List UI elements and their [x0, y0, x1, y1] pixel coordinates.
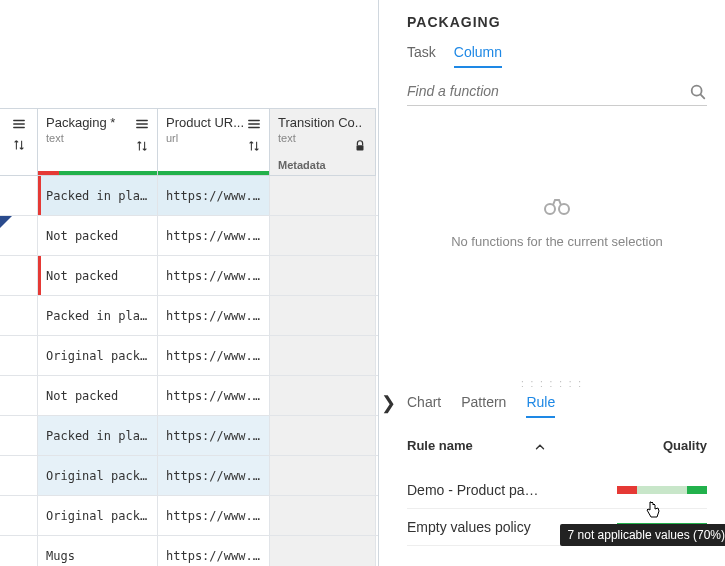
cell-transition — [270, 216, 376, 255]
row-handle[interactable] — [0, 496, 38, 535]
expand-chevron-icon[interactable]: ❯ — [381, 392, 396, 414]
panel-title: PACKAGING — [407, 14, 707, 30]
search-input[interactable] — [407, 78, 707, 106]
table-row[interactable]: Not packedhttps://www.go… — [0, 216, 378, 256]
cell-url[interactable]: https://www.go… — [158, 456, 270, 495]
hamburger-icon[interactable] — [135, 115, 149, 131]
subtab-chart[interactable]: Chart — [407, 394, 441, 418]
cell-url[interactable]: https://www.go… — [158, 496, 270, 535]
cell-packaging[interactable]: Mugs — [38, 536, 158, 566]
cell-packaging[interactable]: Original packag… — [38, 496, 158, 535]
tab-task[interactable]: Task — [407, 44, 436, 68]
search-field[interactable] — [407, 83, 689, 99]
cell-transition — [270, 256, 376, 295]
cell-transition — [270, 296, 376, 335]
rule-quality-bar — [617, 486, 707, 494]
cell-transition — [270, 416, 376, 455]
row-handle[interactable] — [0, 376, 38, 415]
rule-row[interactable]: Demo - Product pa… — [407, 472, 707, 509]
empty-state: No functions for the current selection — [407, 196, 707, 249]
rule-label: Empty values policy — [407, 519, 531, 535]
cell-transition — [270, 536, 376, 566]
row-handle[interactable] — [0, 336, 38, 375]
svg-rect-0 — [357, 145, 364, 150]
cell-url[interactable]: https://www.go… — [158, 216, 270, 255]
cell-packaging[interactable]: Original packag… — [38, 336, 158, 375]
row-handle[interactable] — [0, 416, 38, 455]
cell-packaging[interactable]: Original packag… — [38, 456, 158, 495]
lock-icon — [353, 137, 367, 153]
table-row[interactable]: Not packedhttps://www.go… — [0, 376, 378, 416]
row-handle[interactable] — [0, 176, 38, 215]
quality-bar — [38, 171, 157, 175]
cell-packaging[interactable]: Packed in plast… — [38, 296, 158, 335]
search-icon[interactable] — [689, 82, 707, 101]
subtab-pattern[interactable]: Pattern — [461, 394, 506, 418]
cell-url[interactable]: https://www.goo… — [158, 176, 270, 215]
svg-point-3 — [559, 204, 569, 214]
binoculars-icon — [407, 196, 707, 222]
table-row[interactable]: Packed in plast…https://www.go… — [0, 416, 378, 456]
cell-url[interactable]: https://www.go… — [158, 336, 270, 375]
rules-header-quality[interactable]: Quality — [663, 438, 707, 454]
cell-packaging[interactable]: Not packed — [38, 216, 158, 255]
table-row[interactable]: Original packag…https://www.go… — [0, 456, 378, 496]
empty-message: No functions for the current selection — [407, 234, 707, 249]
row-handle[interactable] — [0, 456, 38, 495]
cell-transition — [270, 336, 376, 375]
cell-url[interactable]: https://www.go… — [158, 376, 270, 415]
svg-point-2 — [545, 204, 555, 214]
cell-packaging[interactable]: Packed in plast… — [38, 416, 158, 455]
metadata-label: Metadata — [278, 159, 326, 171]
table-row[interactable]: Mugshttps://www.go… — [0, 536, 378, 566]
cell-url[interactable]: https://www.go… — [158, 536, 270, 566]
cell-transition — [270, 376, 376, 415]
table-row[interactable]: Packed in plast…https://www.goo… — [0, 176, 378, 216]
rule-label: Demo - Product pa… — [407, 482, 539, 498]
hamburger-icon[interactable] — [247, 115, 261, 131]
rules-header-name[interactable]: Rule name — [407, 438, 547, 454]
sort-icon[interactable] — [4, 137, 33, 153]
tooltip: 7 not applicable values (70%) — [560, 524, 725, 546]
cell-packaging[interactable]: Not packed — [38, 376, 158, 415]
row-handle[interactable] — [0, 256, 38, 295]
table-row[interactable]: Original packag…https://www.go… — [0, 336, 378, 376]
cell-transition — [270, 456, 376, 495]
column-title: Transition Co.. — [278, 115, 367, 130]
cell-url[interactable]: https://www.go… — [158, 256, 270, 295]
cell-packaging[interactable]: Packed in plast… — [38, 176, 158, 215]
data-grid: Packaging * text Product UR... url Trans… — [0, 0, 378, 566]
row-handle[interactable] — [0, 216, 38, 255]
quality-bar — [158, 171, 269, 175]
hamburger-icon[interactable] — [4, 115, 33, 131]
table-row[interactable]: Packed in plast…https://www.go… — [0, 296, 378, 336]
cell-packaging[interactable]: Not packed — [38, 256, 158, 295]
cell-transition — [270, 496, 376, 535]
cell-url[interactable]: https://www.go… — [158, 416, 270, 455]
cell-transition — [270, 176, 376, 215]
column-type: text — [46, 132, 149, 144]
row-handle[interactable] — [0, 296, 38, 335]
drag-handle[interactable]: : : : : : : : — [521, 378, 583, 389]
subtab-rule[interactable]: Rule — [526, 394, 555, 418]
column-title: Packaging * — [46, 115, 149, 130]
sort-icon[interactable] — [135, 137, 149, 153]
row-handle[interactable] — [0, 536, 38, 566]
table-row[interactable]: Original packag…https://www.go… — [0, 496, 378, 536]
chevron-up-icon[interactable] — [533, 438, 547, 454]
tab-column[interactable]: Column — [454, 44, 502, 68]
row-marker-icon — [0, 216, 12, 228]
cell-url[interactable]: https://www.go… — [158, 296, 270, 335]
side-panel: PACKAGING Task Column No functions for t… — [378, 0, 725, 566]
table-row[interactable]: Not packedhttps://www.go… — [0, 256, 378, 296]
sort-icon[interactable] — [247, 137, 261, 153]
